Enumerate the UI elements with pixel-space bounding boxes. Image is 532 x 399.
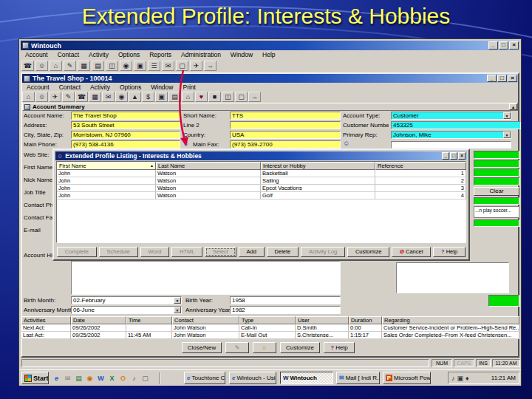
contact-icon[interactable]: ☺ — [35, 61, 48, 71]
green-field[interactable] — [474, 177, 519, 185]
cell[interactable]: Watson — [156, 170, 261, 177]
account-type-dropdown[interactable]: Customer▼ — [391, 112, 511, 120]
minimize-icon[interactable]: _ — [442, 152, 449, 160]
money-icon[interactable]: $ — [142, 92, 154, 102]
channels-icon[interactable]: ◉ — [85, 374, 95, 383]
travel-icon[interactable]: ✈ — [49, 92, 61, 102]
cell[interactable]: Sailing — [261, 177, 375, 185]
col-time[interactable]: Time — [126, 316, 172, 324]
col-interest[interactable]: Interest or Hobby — [261, 162, 375, 170]
select-button[interactable]: Select — [205, 247, 236, 257]
menu-contact[interactable]: Contact — [53, 50, 84, 59]
columns-icon[interactable]: ◫ — [222, 92, 234, 102]
main-phone-field[interactable]: (973) 538-4136 — [71, 140, 180, 149]
task-wintouch-active[interactable]: W Wintouch — [280, 372, 333, 384]
cell[interactable] — [126, 324, 172, 332]
city-state-zip-field[interactable]: Morristown, NJ 07960 — [71, 131, 180, 139]
cell[interactable]: E-Mail Out — [239, 332, 296, 339]
clear-button[interactable]: Clear — [474, 187, 519, 196]
maximize-icon[interactable]: □ — [450, 152, 457, 160]
menu-activity[interactable]: Activity — [84, 50, 114, 59]
word-icon[interactable]: W — [96, 374, 106, 383]
admin-icon[interactable]: ◫ — [106, 61, 118, 71]
menu-options[interactable]: Options — [115, 83, 146, 92]
cell[interactable]: 09/26/2002 — [71, 324, 126, 332]
col-first-name[interactable]: First Name ▲ — [57, 162, 156, 170]
task-touchtone[interactable]: e Touchtone Co... — [184, 372, 225, 384]
anniversary-year-field[interactable]: 1982 — [230, 306, 341, 314]
volume-icon[interactable]: ♪ — [451, 375, 455, 382]
cell[interactable]: Call-In — [239, 324, 296, 332]
green-field[interactable] — [488, 295, 519, 307]
minimize-icon[interactable]: _ — [488, 41, 498, 50]
cell[interactable]: Watson — [156, 192, 261, 200]
col-activities[interactable]: Activities — [21, 316, 71, 324]
cell[interactable]: John Watson — [172, 324, 239, 332]
close-icon[interactable]: × — [458, 152, 466, 160]
calendar-icon[interactable]: ▦ — [89, 92, 101, 102]
green-field[interactable] — [474, 160, 519, 168]
add-button[interactable]: Add — [239, 247, 265, 257]
menu-window[interactable]: Window — [146, 83, 178, 92]
folder-icon[interactable]: ⌂ — [22, 92, 35, 102]
col-date[interactable]: Date — [71, 316, 126, 324]
main-titlebar[interactable]: Wintouch — [21, 41, 519, 50]
menu-print[interactable]: Print — [178, 83, 200, 92]
col-user[interactable]: User — [296, 316, 349, 324]
dialog-titlebar[interactable]: ☺ Extended Profile Listing - Interests &… — [55, 151, 467, 160]
stamp-icon-button[interactable]: ☼ — [253, 342, 276, 353]
edit-icon[interactable]: ✎ — [62, 92, 75, 102]
contacts-icon[interactable]: ☺ — [343, 140, 349, 147]
stop-icon[interactable]: ■ — [208, 92, 221, 102]
window-icon[interactable]: ▢ — [235, 92, 248, 102]
contact-icon[interactable]: ☺ — [35, 92, 48, 102]
maximize-icon[interactable]: □ — [499, 41, 508, 50]
edit-icon[interactable]: ✎ — [64, 61, 76, 71]
report-icon[interactable]: ▤ — [92, 61, 104, 71]
cell[interactable]: 09/25/2002 — [71, 332, 126, 339]
address-field[interactable]: 53 South Street — [71, 121, 180, 129]
cell[interactable]: D.Smith — [296, 324, 349, 332]
cell[interactable]: John — [57, 192, 156, 200]
cell[interactable]: Watson — [156, 177, 261, 185]
dropdown-arrow-icon[interactable]: ▼ — [503, 112, 511, 119]
customize-button[interactable]: Customize — [280, 342, 320, 353]
phone-icon[interactable]: ☎ — [75, 92, 88, 102]
phone-icon[interactable]: ☎ — [21, 61, 34, 71]
cell[interactable]: John — [57, 170, 156, 177]
grid-icon[interactable]: ▣ — [134, 61, 146, 71]
country-field[interactable]: USA — [230, 131, 341, 139]
minimize-icon[interactable]: _ — [487, 75, 497, 82]
dropdown-arrow-icon[interactable]: ▼ — [503, 132, 511, 138]
mail-icon[interactable]: ✉ — [63, 374, 72, 383]
home-icon[interactable]: ⌂ — [182, 92, 194, 102]
menu-activity[interactable]: Activity — [86, 83, 115, 92]
cell[interactable]: S.Christense... — [296, 332, 349, 339]
contacts-icon[interactable]: ☺ — [183, 140, 189, 147]
empty-panel[interactable] — [396, 262, 509, 293]
customer-number-field[interactable]: 453325 — [391, 121, 521, 129]
empty-field[interactable] — [391, 141, 511, 149]
close-icon[interactable]: × — [508, 75, 517, 82]
cell[interactable]: 1 — [375, 170, 466, 177]
primary-rep-dropdown[interactable]: Johnson, Mike▼ — [391, 131, 511, 139]
media-icon[interactable]: ♪ — [129, 374, 139, 383]
display-icon[interactable]: ▣ — [457, 375, 464, 382]
green-field[interactable] — [474, 219, 519, 227]
mail-icon[interactable]: ✉ — [162, 61, 174, 71]
anniversary-month-dropdown[interactable]: 06-June▼ — [71, 306, 182, 314]
menu-options[interactable]: Options — [114, 50, 145, 59]
customize-button[interactable]: Customize — [347, 247, 389, 257]
complete-button[interactable]: Complete — [57, 247, 97, 257]
clock-icon[interactable]: ◉ — [115, 92, 128, 102]
line2-field[interactable] — [230, 121, 341, 129]
task-wintouch-using[interactable]: e Wintouch - Usi... — [229, 372, 276, 384]
collapse-icon[interactable]: ▴ — [509, 103, 517, 110]
task-powerpoint[interactable]: P Microsoft Pow... — [383, 372, 431, 384]
cell[interactable]: John — [57, 177, 156, 185]
menu-contact[interactable]: Contact — [55, 83, 86, 92]
col-last-name[interactable]: Last Name — [156, 162, 261, 170]
travel-icon[interactable]: ✈ — [190, 61, 202, 71]
green-field[interactable] — [474, 168, 519, 177]
close-icon[interactable]: × — [509, 41, 519, 50]
